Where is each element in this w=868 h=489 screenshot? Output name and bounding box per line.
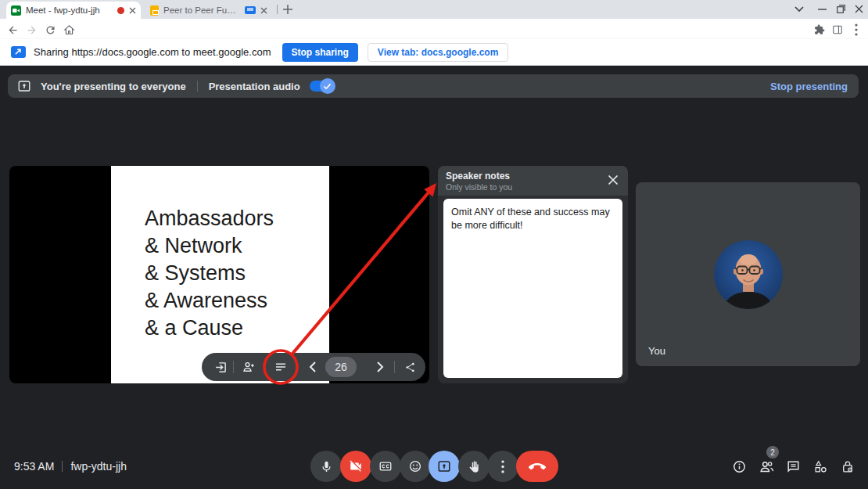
window-minimize-button[interactable] [818,9,827,10]
meeting-info-left: 9:53 AM fwp-ydtu-jjh [14,460,127,473]
window-restore-button[interactable] [837,5,845,13]
slide-line: & Awareness [145,287,274,315]
meet-favicon-icon [11,5,21,16]
slide-number-box[interactable]: 26 [325,357,357,377]
tab-slides-title: Peer to Peer Fundraising - G [163,5,240,15]
shared-slide-view: Ambassadors & Network & Systems & Awaren… [9,166,429,383]
window-close-button[interactable] [855,5,863,13]
self-video-tile[interactable]: You [636,182,860,366]
tab-search-chevron-icon[interactable] [794,6,804,13]
clock-time: 9:53 AM [14,460,54,473]
stop-presenting-link[interactable]: Stop presenting [770,81,848,92]
slide-canvas: Ambassadors & Network & Systems & Awaren… [111,166,329,383]
reload-icon[interactable] [41,21,59,38]
slide-line: & Systems [145,260,274,287]
forward-icon[interactable] [23,21,40,38]
speaker-notes-title: Speaker notes [446,171,620,182]
reactions-button[interactable] [400,451,431,482]
previous-slide-icon[interactable] [307,359,319,375]
speaker-notes-body: Omit ANY of these and success may be mor… [443,199,622,378]
tab-meet-title: Meet - fwp-ydtu-jjh [26,5,113,15]
more-options-button[interactable] [487,451,518,482]
present-now-button[interactable] [429,451,460,482]
camera-off-button[interactable] [340,451,371,482]
slides-favicon-icon [150,5,159,16]
browser-tab-strip: Meet - fwp-ydtu-jjh Peer to Peer Fundrai… [0,0,868,19]
extensions-puzzle-icon[interactable] [811,21,828,38]
microphone-button[interactable] [310,451,342,482]
meeting-code: fwp-ydtu-jjh [70,460,127,473]
presentation-audio-label: Presentation audio [209,81,300,92]
speaker-notes-panel: Speaker notes Only visible to you Omit A… [438,166,628,383]
tab-capture-indicator-icon [245,6,256,14]
stop-sharing-button[interactable]: Stop sharing [282,43,358,62]
presentation-toolbar: 26 [202,353,425,381]
next-slide-icon[interactable] [374,359,386,375]
toolbar-divider [394,361,395,373]
back-icon[interactable] [4,21,21,38]
side-panel-icon[interactable] [829,21,846,38]
slide-line: & Network [145,232,274,260]
tab-separator [277,5,278,14]
slide-text: Ambassadors & Network & Systems & Awaren… [145,205,274,342]
share-slideshow-icon[interactable] [404,359,416,375]
people-count-badge: 2 [766,446,779,458]
add-person-icon[interactable] [241,359,256,375]
view-tab-button[interactable]: View tab: docs.google.com [368,43,508,62]
participant-name-label: You [648,345,665,357]
tab-slides-close-icon[interactable] [260,7,267,14]
new-tab-button[interactable] [282,3,294,16]
slide-line: & a Cause [145,315,274,342]
captions-button[interactable] [370,451,401,482]
avatar [714,240,783,309]
host-controls-button[interactable] [838,457,857,476]
exit-slideshow-icon[interactable] [213,359,228,375]
bottom-divider [62,461,63,472]
chat-button[interactable] [784,457,802,476]
sharing-message: Sharing https://docs.google.com to meet.… [34,46,271,58]
meeting-details-button[interactable] [730,457,748,476]
activities-button[interactable] [811,457,830,476]
presenting-status-text: You're presenting to everyone [41,81,186,92]
present-box-icon [17,79,31,93]
screen-share-icon [11,46,26,58]
toolbar-divider [233,361,234,373]
home-icon[interactable] [60,21,77,38]
presenting-banner: You're presenting to everyone Presentati… [8,74,859,98]
speaker-notes-subtitle: Only visible to you [446,182,620,192]
end-call-button[interactable] [516,451,558,482]
speaker-notes-icon[interactable] [273,359,289,375]
tab-meet-close-icon[interactable] [129,7,136,14]
browser-menu-kebab-icon[interactable] [848,21,865,38]
toggle-check-icon [320,78,335,94]
speaker-notes-header: Speaker notes Only visible to you [438,166,628,196]
tab-recording-indicator-icon [117,7,124,14]
tab-sharing-bar: Sharing https://docs.google.com to meet.… [0,39,868,66]
presentation-audio-toggle[interactable] [310,81,333,92]
browser-toolbar: meet.google.com/fwp-ydtu-jjh [0,19,868,39]
slide-line: Ambassadors [145,205,274,232]
raise-hand-button[interactable] [458,451,490,482]
people-button[interactable] [757,457,776,476]
tab-slides[interactable]: Peer to Peer Fundraising - G [145,2,272,19]
tab-meet[interactable]: Meet - fwp-ydtu-jjh [6,2,141,19]
banner-divider [197,81,198,92]
close-notes-icon[interactable] [608,174,619,185]
